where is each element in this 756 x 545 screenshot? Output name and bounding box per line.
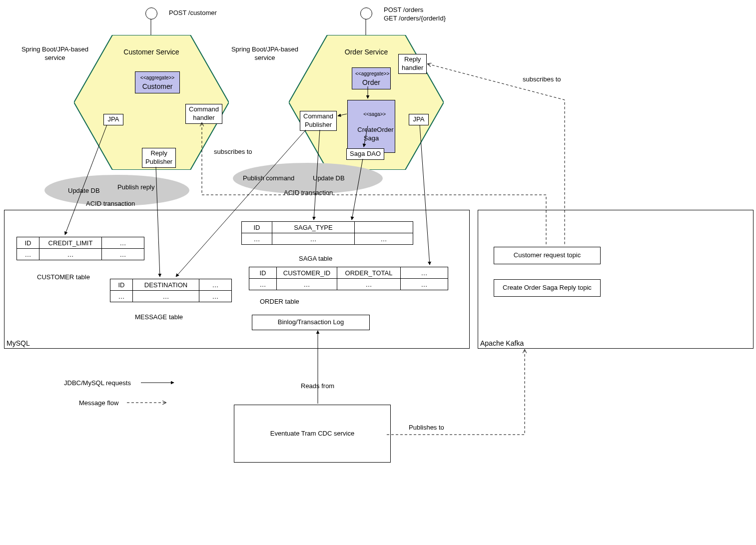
create-order-saga-reply-topic: Create Order Saga Reply topic <box>494 279 601 297</box>
right-acid: ACID transaction <box>284 189 333 197</box>
order-table-label: ORDER table <box>260 298 299 306</box>
subscribes-right: subscribes to <box>523 75 561 84</box>
saga-stereo: <<saga>> <box>363 111 386 117</box>
right-update-db: Update DB <box>313 174 345 183</box>
kafka-label: Apache Kafka <box>480 339 524 347</box>
order-table: IDCUSTOMER_IDORDER_TOTAL… ………… <box>249 267 448 290</box>
mysql-label: MySQL <box>6 339 30 347</box>
orders-endpoint-label: POST /orders GET /orders/{orderId} <box>384 6 446 23</box>
customer-service-title: Customer Service <box>74 48 229 56</box>
saga-dao-box: Saga DAO <box>346 148 384 160</box>
customer-jpa-box: JPA <box>103 114 123 125</box>
saga-name: CreateOrder Saga <box>357 126 393 142</box>
cdc-service-box: Eventuate Tram CDC service <box>234 405 391 463</box>
order-jpa-box: JPA <box>409 114 429 125</box>
message-table: IDDESTINATION… ……… <box>110 279 232 302</box>
order-aggregate-stereo: <<aggregate>> <box>355 71 389 76</box>
legend-jdbc: JDBC/MySQL requests <box>64 379 131 388</box>
left-update-db: Update DB <box>68 187 100 195</box>
cdc-service-label: Eventuate Tram CDC service <box>270 430 354 438</box>
left-acid: ACID transaction <box>86 200 135 208</box>
customer-reply-publisher-box: Reply Publisher <box>142 148 176 168</box>
customer-table: IDCREDIT_LIMIT… ……… <box>16 237 144 260</box>
reads-from-label: Reads from <box>301 382 334 391</box>
architecture-diagram: POST /customer POST /orders GET /orders/… <box>0 0 756 545</box>
customer-aggregate-name: Customer <box>142 82 173 90</box>
command-publisher-box: Command Publisher <box>300 111 337 131</box>
create-order-saga: <<saga>> CreateOrder Saga <box>347 100 395 153</box>
order-aggregate-name: Order <box>362 78 380 86</box>
customer-endpoint-label: POST /customer <box>169 9 217 17</box>
customer-table-label: CUSTOMER table <box>37 273 90 282</box>
message-table-label: MESSAGE table <box>135 313 183 322</box>
legend-msg: Message flow <box>79 399 118 408</box>
reply-handler-box: Reply handler <box>398 54 427 74</box>
orders-endpoint-circle <box>360 7 372 19</box>
right-publish-cmd: Publish command <box>243 174 294 183</box>
customer-aggregate-stereo: <<aggregate>> <box>140 75 174 80</box>
binlog-box: Binlog/Transaction Log <box>252 315 370 330</box>
publishes-to-label: Publishes to <box>409 424 444 432</box>
left-publish-reply: Publish reply <box>117 183 154 192</box>
customer-command-handler-box: Command handler <box>185 104 222 124</box>
saga-table-label: SAGA table <box>299 255 332 263</box>
customer-aggregate: <<aggregate>> Customer <box>135 71 180 93</box>
customer-endpoint-circle <box>145 7 157 19</box>
customer-request-topic: Customer request topic <box>494 247 601 264</box>
order-aggregate: <<aggregate>> Order <box>352 67 391 89</box>
saga-table: IDSAGA_TYPE ……… <box>241 221 413 245</box>
subscribes-left: subscribes to <box>214 148 252 156</box>
